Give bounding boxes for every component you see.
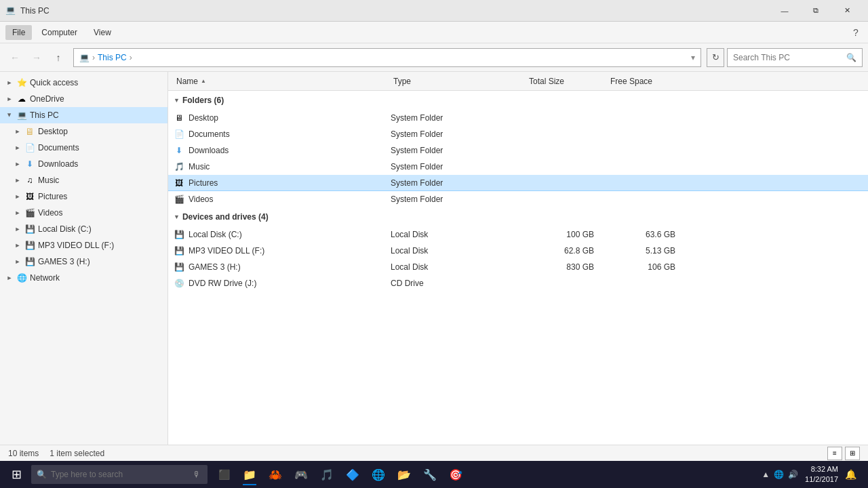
up-button[interactable]: ↑ [49,48,68,67]
taskbar-search-input[interactable] [51,470,187,479]
sidebar-item-local-disk-c[interactable]: ► 💾 Local Disk (C:) [0,221,167,237]
drive-free-local-c: 63.6 GB [608,230,689,239]
taskbar-clock[interactable]: 8:32 AM 11/2/2017 [805,464,838,485]
col-header-total[interactable]: Total Size [526,77,608,86]
section-drives-header[interactable]: ▼ Devices and drives (4) [168,207,868,226]
section-folders-header[interactable]: ▼ Folders (6) [168,91,868,110]
tray-up-arrow[interactable]: ▲ [760,468,771,481]
chevron-onedrive: ► [5,95,14,103]
sidebar-item-games3[interactable]: ► 💾 GAMES 3 (H:) [0,253,167,270]
column-headers: Name ▲ Type Total Size Free Space [168,72,868,91]
sidebar-item-pictures[interactable]: ► 🖼 Pictures [0,188,167,205]
taskbar-app-game[interactable]: 🎮 [289,462,313,487]
sidebar-item-this-pc[interactable]: ► 💻 This PC [0,107,167,123]
taskbar: ⊞ 🔍 🎙 ⬛ 📁 🦀 🎮 🎵 🔷 🌐 📂 🔧 🎯 ▲ 🌐 🔊 8:32 AM … [0,461,868,488]
mp3-f-drive-icon: 💾 [174,245,184,256]
folder-row-documents[interactable]: 📄 Documents System Folder [168,126,868,142]
drive-row-games3[interactable]: 💾 GAMES 3 (H:) Local Disk 830 GB 106 GB [168,259,868,275]
folder-row-videos[interactable]: 🎬 Videos System Folder [168,191,868,207]
address-this-pc[interactable]: This PC [98,53,127,62]
dvd-j-drive-icon: 💿 [174,278,184,289]
col-header-name[interactable]: Name ▲ [174,77,391,86]
taskbar-task-view[interactable]: ⬛ [212,462,236,487]
folder-row-downloads[interactable]: ⬇ Downloads System Folder [168,142,868,159]
section-drives-chevron: ▼ [174,214,180,220]
menu-view[interactable]: View [87,25,118,40]
folder-type-desktop: System Folder [391,113,526,123]
folder-row-desktop[interactable]: 🖥 Desktop System Folder [168,110,868,126]
sidebar-item-quick-access[interactable]: ► ⭐ Quick access [0,75,167,91]
sidebar-item-desktop[interactable]: ► 🖥 Desktop [0,123,167,140]
search-input[interactable] [733,53,844,62]
sidebar-item-network[interactable]: ► 🌐 Network [0,270,167,286]
sidebar-item-documents[interactable]: ► 📄 Documents [0,140,167,156]
address-separator-1: › [92,53,95,62]
chevron-downloads: ► [14,160,22,168]
sidebar-label-music: Music [38,176,59,185]
drive-row-local-c[interactable]: 💾 Local Disk (C:) Local Disk 100 GB 63.6… [168,226,868,243]
games3-icon: 💾 [24,256,35,267]
view-large-button[interactable]: ⊞ [845,447,860,460]
sidebar-label-downloads: Downloads [38,159,78,169]
taskbar-chrome[interactable]: 🌐 [366,462,391,487]
refresh-button[interactable]: ↻ [707,48,724,67]
sidebar-item-mp3-f[interactable]: ► 💾 MP3 VIDEO DLL (F:) [0,237,167,253]
videos-icon: 🎬 [24,207,35,218]
taskbar-app-blue[interactable]: 🔷 [340,462,365,487]
sidebar-item-videos[interactable]: ► 🎬 Videos [0,205,167,221]
taskbar-tool[interactable]: 🔧 [418,462,442,487]
start-button[interactable]: ⊞ [3,462,30,487]
taskbar-target[interactable]: 🎯 [443,462,468,487]
clock-date: 11/2/2017 [805,474,838,485]
drive-free-mp3-f: 5.13 GB [608,246,689,256]
view-details-button[interactable]: ≡ [827,447,842,460]
music-icon: ♫ [24,175,35,186]
taskbar-search-box[interactable]: 🔍 🎙 [31,465,208,484]
sidebar-item-downloads[interactable]: ► ⬇ Downloads [0,156,167,172]
sidebar-item-music[interactable]: ► ♫ Music [0,172,167,188]
back-button[interactable]: ← [5,48,24,67]
desktop-folder-icon: 🖥 [174,113,184,123]
folder-name-desktop: 🖥 Desktop [174,113,391,123]
tray-network[interactable]: 🌐 [772,468,785,481]
taskbar-right: ▲ 🌐 🔊 8:32 AM 11/2/2017 🔔 [757,462,865,487]
drive-row-dvd-j[interactable]: 💿 DVD RW Drive (J:) CD Drive [168,275,868,291]
chevron-pictures: ► [14,192,22,201]
help-button[interactable]: ? [849,26,863,39]
minimize-button[interactable]: — [769,0,800,22]
folder-name-music: 🎵 Music [174,161,391,172]
forward-button[interactable]: → [27,48,46,67]
taskbar-mic-icon: 🎙 [191,468,202,481]
col-header-free[interactable]: Free Space [608,77,689,86]
address-dropdown-btn[interactable]: ▾ [691,53,695,62]
taskbar-file-explorer[interactable]: 📁 [237,462,262,487]
sidebar-label-desktop: Desktop [38,127,68,136]
folder-name-videos: 🎬 Videos [174,194,391,205]
menu-computer[interactable]: Computer [35,25,84,40]
sidebar-item-onedrive[interactable]: ► ☁ OneDrive [0,91,167,107]
address-bar[interactable]: 💻 › This PC › ▾ [73,48,701,67]
notification-button[interactable]: 🔔 [841,462,860,487]
toolbar: ← → ↑ 💻 › This PC › ▾ ↻ 🔍 [0,43,868,72]
menu-right: ? [849,26,863,39]
menu-file[interactable]: File [5,25,32,40]
col-header-type[interactable]: Type [391,77,526,86]
title-bar-left: 💻 This PC [5,5,50,16]
taskbar-app-music[interactable]: 🎵 [315,462,339,487]
folder-type-videos: System Folder [391,195,526,204]
folder-type-documents: System Folder [391,129,526,139]
maximize-button[interactable]: ⧉ [800,0,831,22]
folder-type-music: System Folder [391,162,526,171]
chevron-quick-access: ► [5,79,14,87]
tray-volume[interactable]: 🔊 [787,468,800,481]
clock-time: 8:32 AM [805,464,838,474]
drive-row-mp3-f[interactable]: 💾 MP3 VIDEO DLL (F:) Local Disk 62.8 GB … [168,243,868,259]
close-button[interactable]: ✕ [831,0,863,22]
search-bar[interactable]: 🔍 [727,48,863,67]
sort-arrow-name: ▲ [201,78,206,84]
taskbar-folder[interactable]: 📂 [392,462,416,487]
taskbar-app-crab[interactable]: 🦀 [263,462,288,487]
desktop-icon: 🖥 [24,126,35,137]
folder-row-music[interactable]: 🎵 Music System Folder [168,159,868,175]
folder-row-pictures[interactable]: 🖼 Pictures System Folder [168,175,868,191]
